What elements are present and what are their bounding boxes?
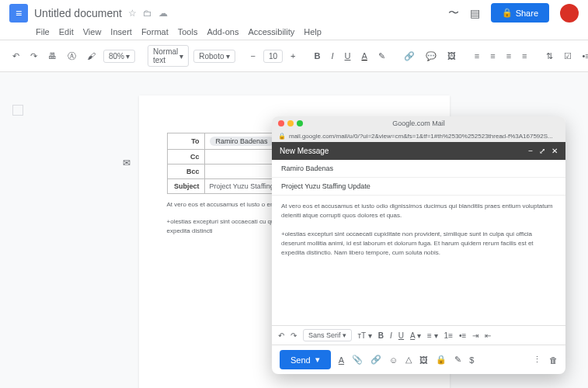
traffic-min-icon[interactable] bbox=[287, 120, 294, 126]
bold-icon[interactable]: B bbox=[378, 331, 384, 340]
signature-icon[interactable]: ✎ bbox=[454, 355, 461, 365]
menu-insert[interactable]: Insert bbox=[110, 27, 132, 36]
docs-logo[interactable]: ≡ bbox=[9, 4, 28, 23]
mail-titlebar: Google.com Mail bbox=[272, 116, 565, 130]
font-dec-icon[interactable]: − bbox=[248, 49, 259, 63]
compose-title: New Message bbox=[280, 147, 329, 155]
subject-label: Subject bbox=[167, 179, 204, 194]
avatar[interactable] bbox=[560, 4, 579, 23]
bullet-list-icon[interactable]: •≡ bbox=[459, 331, 466, 340]
link-icon[interactable]: 🔗 bbox=[401, 49, 418, 64]
compose-body[interactable]: At vero eos et accusamus et iusto odio d… bbox=[272, 196, 565, 325]
undo-icon[interactable]: ↶ bbox=[278, 331, 284, 340]
align-justify-icon[interactable]: ≡ bbox=[519, 49, 530, 63]
mail-font-select[interactable]: Sans Serif ▾ bbox=[303, 329, 352, 341]
font-size[interactable]: 10 bbox=[263, 50, 283, 63]
lock-icon: 🔒 bbox=[278, 133, 286, 140]
highlight-icon[interactable]: ✎ bbox=[375, 49, 388, 64]
drive-icon[interactable]: △ bbox=[405, 355, 412, 365]
line-spacing-icon[interactable]: ⇅ bbox=[543, 49, 556, 64]
menu-file[interactable]: File bbox=[36, 27, 50, 36]
indent-icon[interactable]: ⇥ bbox=[472, 331, 478, 340]
style-select[interactable]: Normal text ▾ bbox=[148, 45, 189, 67]
checklist-icon[interactable]: ☑ bbox=[561, 49, 575, 64]
align-right-icon[interactable]: ≡ bbox=[503, 49, 514, 63]
money-icon[interactable]: $ bbox=[469, 355, 474, 365]
compose-format-toolbar: ↶ ↷ Sans Serif ▾ тT ▾ B I U A ▾ ≡ ▾ 1≡ •… bbox=[272, 325, 565, 345]
compose-action-bar: Send ▾ A 📎 🔗 ☺ △ 🖼 🔒 ✎ $ ⋮ 🗑 bbox=[272, 345, 565, 374]
redo-icon[interactable]: ↷ bbox=[291, 331, 297, 340]
zoom-select[interactable]: 80% ▾ bbox=[103, 50, 135, 63]
trend-icon[interactable]: 〜 bbox=[448, 6, 459, 20]
menu-addons[interactable]: Add-ons bbox=[207, 27, 238, 36]
docs-header: ≡ Untitled document ☆ 🗀 ☁ 〜 ▤ 🔒 Share Fi… bbox=[0, 0, 588, 40]
comments-icon[interactable]: ▤ bbox=[470, 7, 480, 19]
cloud-icon[interactable]: ☁ bbox=[158, 8, 168, 19]
spellcheck-icon[interactable]: Ⓐ bbox=[64, 48, 79, 64]
bullet-list-icon[interactable]: •≡ bbox=[579, 49, 589, 63]
photo-icon[interactable]: 🖼 bbox=[419, 355, 428, 365]
link-icon[interactable]: 🔗 bbox=[371, 355, 381, 365]
discard-icon[interactable]: 🗑 bbox=[549, 355, 558, 365]
compose-para-1: At vero eos et accusamus et iusto odio d… bbox=[281, 202, 556, 220]
menu-view[interactable]: View bbox=[83, 27, 102, 36]
star-icon[interactable]: ☆ bbox=[128, 8, 137, 19]
bold-icon[interactable]: B bbox=[311, 49, 324, 63]
comment-icon[interactable]: 💬 bbox=[423, 49, 440, 64]
text-color-icon[interactable]: A bbox=[358, 49, 370, 63]
align-left-icon[interactable]: ≡ bbox=[471, 49, 482, 63]
move-icon[interactable]: 🗀 bbox=[143, 8, 152, 19]
compose-to[interactable]: Ramiro Badenas bbox=[272, 160, 565, 178]
compose-subject[interactable]: Project Yuzu Staffing Update bbox=[272, 178, 565, 196]
font-size-icon[interactable]: тT ▾ bbox=[358, 331, 372, 340]
number-list-icon[interactable]: 1≡ bbox=[444, 331, 453, 340]
mail-url: mail.google.com/mail/u/0/?ui=2&view=cm&f… bbox=[289, 133, 553, 140]
menu-accessibility[interactable]: Accessibility bbox=[248, 27, 294, 36]
mail-window-title: Google.com Mail bbox=[392, 120, 445, 127]
print-icon[interactable]: 🖶 bbox=[45, 49, 60, 63]
recipient-chip[interactable]: Ramiro Badenas bbox=[210, 137, 274, 146]
bcc-label: Bcc bbox=[167, 165, 204, 179]
align-center-icon[interactable]: ≡ bbox=[487, 49, 498, 63]
traffic-max-icon[interactable] bbox=[297, 120, 303, 126]
outline-toggle-icon[interactable] bbox=[12, 105, 23, 116]
underline-icon[interactable]: U bbox=[342, 49, 354, 63]
menu-bar: File Edit View Insert Format Tools Add-o… bbox=[0, 26, 588, 40]
more-icon[interactable]: ⋮ bbox=[533, 355, 541, 365]
share-button[interactable]: 🔒 Share bbox=[491, 3, 549, 23]
italic-icon[interactable]: I bbox=[390, 331, 392, 340]
mail-urlbar: 🔒 mail.google.com/mail/u/0/?ui=2&view=cm… bbox=[272, 130, 565, 142]
send-button[interactable]: Send ▾ bbox=[280, 350, 331, 369]
dedent-icon[interactable]: ⇤ bbox=[485, 331, 491, 340]
cc-label: Cc bbox=[167, 150, 204, 165]
menu-help[interactable]: Help bbox=[304, 27, 322, 36]
menu-tools[interactable]: Tools bbox=[178, 27, 198, 36]
toolbar: ↶ ↷ 🖶 Ⓐ 🖌 80% ▾ Normal text ▾ Roboto ▾ −… bbox=[0, 40, 588, 72]
menu-format[interactable]: Format bbox=[141, 27, 169, 36]
menu-edit[interactable]: Edit bbox=[59, 27, 74, 36]
italic-icon[interactable]: I bbox=[328, 49, 336, 63]
doc-title[interactable]: Untitled document bbox=[34, 7, 122, 19]
draft-cursor-icon: ✉ bbox=[123, 158, 130, 168]
paint-format-icon[interactable]: 🖌 bbox=[84, 49, 99, 63]
font-inc-icon[interactable]: + bbox=[287, 49, 298, 63]
popout-icon[interactable]: ⤢ bbox=[539, 147, 545, 155]
undo-icon[interactable]: ↶ bbox=[9, 49, 23, 64]
text-color-icon[interactable]: A ▾ bbox=[410, 331, 421, 340]
format-icon[interactable]: A bbox=[339, 355, 344, 365]
underline-icon[interactable]: U bbox=[398, 331, 404, 340]
to-label: To bbox=[167, 133, 204, 150]
attach-icon[interactable]: 📎 bbox=[352, 355, 363, 365]
compose-header: New Message − ⤢ ✕ bbox=[272, 142, 565, 160]
emoji-icon[interactable]: ☺ bbox=[389, 355, 398, 365]
compose-para-2: +olestias excepturi sint occaecati cupid… bbox=[281, 230, 556, 258]
redo-icon[interactable]: ↷ bbox=[27, 49, 40, 64]
gmail-compose-window: Google.com Mail 🔒 mail.google.com/mail/u… bbox=[272, 116, 565, 374]
minimize-icon[interactable]: − bbox=[528, 147, 533, 155]
close-icon[interactable]: ✕ bbox=[551, 147, 558, 155]
font-select[interactable]: Roboto ▾ bbox=[193, 50, 235, 63]
image-icon[interactable]: 🖼 bbox=[444, 49, 459, 63]
traffic-close-icon[interactable] bbox=[278, 120, 284, 126]
confidential-icon[interactable]: 🔒 bbox=[436, 355, 447, 365]
align-icon[interactable]: ≡ ▾ bbox=[427, 331, 438, 340]
